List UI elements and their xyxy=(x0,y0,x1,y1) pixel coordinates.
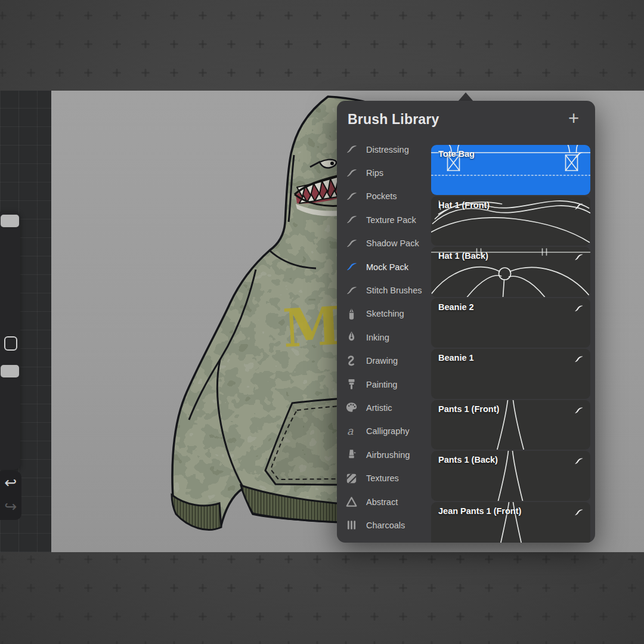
squiggle-icon xyxy=(345,354,358,368)
category-charcoals[interactable]: Charcoals xyxy=(337,513,431,537)
category-calligraphy[interactable]: a Calligraphy xyxy=(337,420,431,443)
brush-stroke-icon xyxy=(573,405,584,416)
category-label: Drawing xyxy=(366,356,398,366)
brush-hat-1-back[interactable]: Hat 1 (Back) xyxy=(431,247,590,297)
circle-icon xyxy=(345,542,358,543)
vertical-bars-icon xyxy=(345,518,358,532)
category-painting[interactable]: Painting xyxy=(337,373,431,396)
category-abstract[interactable]: Abstract xyxy=(337,490,431,513)
brush-stroke-icon xyxy=(345,260,358,274)
brush-pants-1-front[interactable]: Pants 1 (Front) xyxy=(431,400,590,450)
category-distressing[interactable]: Distressing xyxy=(337,138,431,161)
brush-stroke-icon xyxy=(573,201,584,212)
brush-name: Jean Pants 1 (Front) xyxy=(438,506,521,516)
category-label: Textures xyxy=(366,473,399,483)
category-label: Pockets xyxy=(366,191,397,201)
category-label: Calligraphy xyxy=(366,426,410,436)
triangle-icon xyxy=(345,495,358,509)
category-artistic[interactable]: Artistic xyxy=(337,396,431,419)
side-toolbar xyxy=(0,212,20,470)
category-label: Painting xyxy=(366,380,397,389)
italic-a-icon: a xyxy=(345,425,358,438)
category-label: Airbrushing xyxy=(366,450,410,460)
brush-jean-pants-1-front[interactable]: Jean Pants 1 (Front) xyxy=(431,502,590,543)
palette-icon xyxy=(345,401,358,414)
category-label: Sketching xyxy=(366,309,404,318)
category-label: Stitch Brushes xyxy=(366,286,422,295)
pencil-icon xyxy=(345,307,358,321)
brush-beanie-1[interactable]: Beanie 1 xyxy=(431,349,590,399)
desk-background: MI xyxy=(0,0,644,644)
category-sketching[interactable]: Sketching xyxy=(337,302,431,326)
hatched-square-icon xyxy=(345,472,358,485)
category-shadow-pack[interactable]: Shadow Pack xyxy=(337,232,431,255)
category-pockets[interactable]: Pockets xyxy=(337,185,431,208)
brush-stroke-icon xyxy=(573,303,584,314)
popover-arrow xyxy=(458,92,473,101)
opacity-slider-thumb[interactable] xyxy=(1,365,19,377)
undo-button[interactable]: ↩ xyxy=(0,472,21,494)
brush-tote-bag[interactable]: Tote Bag xyxy=(431,145,590,195)
brush-stroke-icon xyxy=(573,354,584,365)
brush-stroke-icon xyxy=(573,150,584,161)
category-drawing[interactable]: Drawing xyxy=(337,349,431,373)
brush-stroke-icon xyxy=(345,143,358,156)
brush-stroke-icon xyxy=(573,456,584,467)
category-textures[interactable]: Textures xyxy=(337,466,431,490)
brush-name: Beanie 1 xyxy=(438,353,474,363)
category-label: Mock Pack xyxy=(366,262,408,272)
brush-stroke-icon xyxy=(345,237,358,250)
category-stitch-brushes[interactable]: Stitch Brushes xyxy=(337,278,431,302)
panel-title: Brush Library xyxy=(348,112,439,128)
modify-button[interactable] xyxy=(4,336,17,351)
brush-name: Pants 1 (Back) xyxy=(438,455,498,465)
pen-nib-icon xyxy=(345,330,358,344)
brush-name: Pants 1 (Front) xyxy=(438,404,499,414)
category-label: Artistic xyxy=(366,403,392,413)
category-rips[interactable]: Rips xyxy=(337,161,431,184)
svg-text:a: a xyxy=(347,425,354,437)
category-label: Abstract xyxy=(366,497,398,507)
brush-category-list: Distressing Rips Pockets Texture Pack Sh… xyxy=(337,138,431,543)
brush-stroke-icon xyxy=(573,507,584,518)
brush-stroke-icon xyxy=(345,284,358,298)
brush-stroke-icon xyxy=(345,190,358,203)
brush-stroke-icon xyxy=(345,166,358,180)
category-label: Rips xyxy=(366,168,383,178)
brush-list: Tote Bag Hat 1 (Front) xyxy=(431,145,590,543)
brush-stroke-icon xyxy=(573,252,584,263)
category-inking[interactable]: Inking xyxy=(337,326,431,349)
brush-name: Hat 1 (Back) xyxy=(438,251,488,261)
brush-beanie-2[interactable]: Beanie 2 xyxy=(431,298,590,348)
category-partial[interactable] xyxy=(337,537,431,543)
brush-name: Beanie 2 xyxy=(438,302,474,312)
redo-button[interactable]: ↪ xyxy=(0,496,21,518)
brush-size-slider-thumb[interactable] xyxy=(1,215,19,227)
category-label: Charcoals xyxy=(366,521,405,530)
category-label: Shadow Pack xyxy=(366,239,419,248)
brush-pants-1-back[interactable]: Pants 1 (Back) xyxy=(431,451,590,501)
brush-stroke-icon xyxy=(345,213,358,227)
airbrush-icon xyxy=(345,448,358,462)
category-airbrushing[interactable]: Airbrushing xyxy=(337,443,431,466)
brush-name: Hat 1 (Front) xyxy=(438,200,490,210)
category-texture-pack[interactable]: Texture Pack xyxy=(337,208,431,231)
brush-library-panel: Brush Library + Distressing Rips Pockets… xyxy=(337,101,595,543)
category-label: Inking xyxy=(366,333,389,342)
brush-name: Tote Bag xyxy=(438,149,475,159)
category-label: Texture Pack xyxy=(366,215,416,225)
undo-redo-bar: ↩ ↪ xyxy=(0,471,21,520)
add-brush-button[interactable]: + xyxy=(563,108,584,129)
category-mock-pack[interactable]: Mock Pack xyxy=(337,255,431,278)
paint-brush-icon xyxy=(345,377,358,391)
category-label: Distressing xyxy=(366,145,409,154)
brush-hat-1-front[interactable]: Hat 1 (Front) xyxy=(431,196,590,246)
